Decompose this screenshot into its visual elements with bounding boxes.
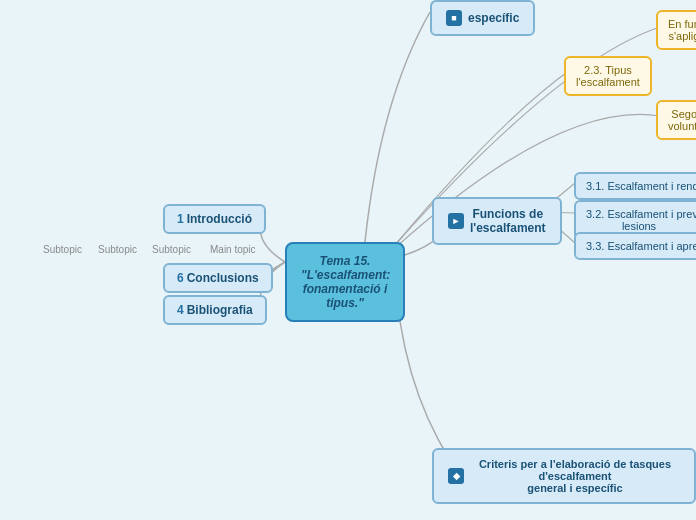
especific-label: específic [468, 11, 519, 25]
col-label-2: Subtopic [98, 244, 137, 255]
especific-node[interactable]: ■ específic [430, 0, 535, 36]
conclusions-node[interactable]: 6Conclusions [163, 263, 273, 293]
criteris-node[interactable]: ◆ Criteris per a l'elaboració de tasques… [432, 448, 696, 504]
bibliografia-num: 4 [177, 303, 184, 317]
enfun-text: En fun...s'aplig... [668, 18, 696, 42]
conclusions-num: 6 [177, 271, 184, 285]
subtopic-r33-text: 3.3. Escalfament i aprenentatge [586, 240, 696, 252]
conclusions-label: Conclusions [187, 271, 259, 285]
subtopic-r32-text: 3.2. Escalfament i prevenciólesions [586, 208, 696, 232]
bibliografia-node[interactable]: 4Bibliografia [163, 295, 267, 325]
criteris-icon: ◆ [448, 468, 464, 484]
introduccio-node[interactable]: 1Introducció [163, 204, 266, 234]
col-label-main: Main topic [210, 244, 256, 255]
introduccio-label: Introducció [187, 212, 252, 226]
segon-text: Segon...voluntat... [668, 108, 696, 132]
funcions-icon: ► [448, 213, 464, 229]
subtopic-r31[interactable]: 3.1. Escalfament i rendiment [574, 172, 696, 200]
tipus-label: 2.3. Tipusl'escalfament [576, 64, 640, 88]
criteris-label: Criteris per a l'elaboració de tasques d… [470, 458, 680, 494]
enfun-node[interactable]: En fun...s'aplig... [656, 10, 696, 50]
col-label-1: Subtopic [43, 244, 82, 255]
subtopic-r31-text: 3.1. Escalfament i rendiment [586, 180, 696, 192]
main-topic-line3: fonamentació i tipus." [303, 282, 388, 310]
bibliografia-label: Bibliografia [187, 303, 253, 317]
segon-node[interactable]: Segon...voluntat... [656, 100, 696, 140]
funcions-node[interactable]: ► Funcions del'escalfament [432, 197, 562, 245]
funcions-label: Funcions del'escalfament [470, 207, 546, 235]
subtopic-r33[interactable]: 3.3. Escalfament i aprenentatge [574, 232, 696, 260]
main-topic-node[interactable]: Tema 15. "L'escalfament: fonamentació i … [285, 242, 405, 322]
tipus-node[interactable]: 2.3. Tipusl'escalfament [564, 56, 652, 96]
col-label-3: Subtopic [152, 244, 191, 255]
main-topic-line2: "L'escalfament: [301, 268, 390, 282]
introduccio-num: 1 [177, 212, 184, 226]
especific-icon: ■ [446, 10, 462, 26]
main-topic-line1: Tema 15. [320, 254, 371, 268]
